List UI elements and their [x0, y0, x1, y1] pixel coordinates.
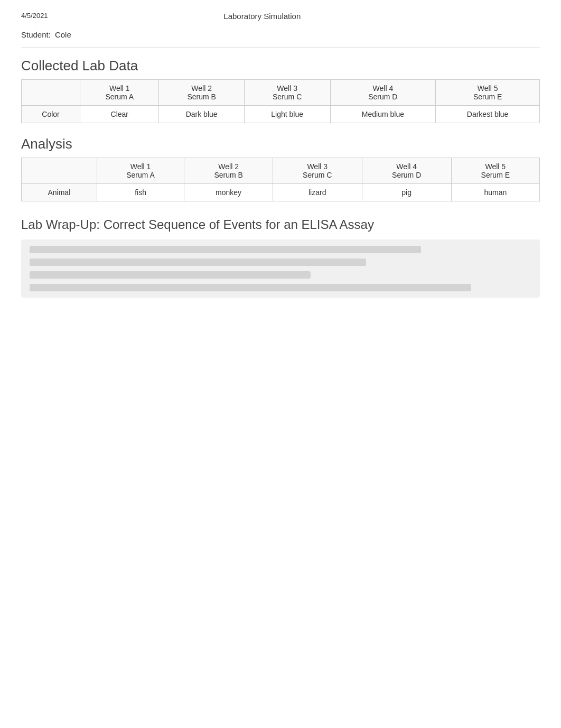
collected-lab-data-title: Collected Lab Data: [21, 58, 540, 74]
student-name: Cole: [55, 30, 71, 39]
page-title: Laboratory Simulation: [48, 12, 476, 21]
col-header-5: Well 5 Serum E: [436, 80, 540, 106]
color-row-label: Color: [22, 106, 80, 123]
blurred-content-block: [21, 239, 540, 298]
animal-value-2: monkey: [184, 184, 273, 201]
animal-value-3: lizard: [273, 184, 362, 201]
blurred-line-4: [30, 284, 471, 291]
analysis-title: Analysis: [21, 136, 540, 152]
serum-label-3: Serum C: [251, 93, 324, 101]
serum-label-4: Serum D: [337, 93, 429, 101]
analysis-serum-label-3: Serum C: [279, 171, 356, 179]
color-value-3: Light blue: [244, 106, 330, 123]
col-header-4: Well 4 Serum D: [330, 80, 436, 106]
analysis-table: Well 1 Serum A Well 2 Serum B Well 3 Ser…: [21, 158, 540, 201]
analysis-well-label-5: Well 5: [458, 162, 533, 171]
color-row: Color Clear Dark blue Light blue Medium …: [22, 106, 540, 123]
analysis-serum-label-4: Serum D: [369, 171, 445, 179]
wrapup-title: Lab Wrap-Up: Correct Sequence of Events …: [21, 217, 540, 232]
color-value-1: Clear: [80, 106, 159, 123]
animal-value-4: pig: [362, 184, 451, 201]
well-label-4: Well 4: [337, 84, 429, 93]
analysis-well-label-1: Well 1: [104, 162, 178, 171]
analysis-col-header-1: Well 1 Serum A: [97, 158, 184, 184]
wrapup-section: Lab Wrap-Up: Correct Sequence of Events …: [21, 217, 540, 298]
analysis-well-label-2: Well 2: [191, 162, 266, 171]
blurred-line-1: [30, 246, 421, 253]
analysis-corner-cell: [22, 158, 97, 184]
color-value-5: Darkest blue: [436, 106, 540, 123]
well-label-5: Well 5: [442, 84, 533, 93]
collected-lab-data-table: Well 1 Serum A Well 2 Serum B Well 3 Ser…: [21, 79, 540, 123]
color-value-2: Dark blue: [159, 106, 244, 123]
analysis-col-header-2: Well 2 Serum B: [184, 158, 273, 184]
analysis-col-header-4: Well 4 Serum D: [362, 158, 451, 184]
animal-row-label: Animal: [22, 184, 97, 201]
serum-label-1: Serum A: [87, 93, 152, 101]
well-label-2: Well 2: [165, 84, 237, 93]
color-value-4: Medium blue: [330, 106, 436, 123]
date-label: 4/5/2021: [21, 12, 48, 20]
analysis-well-label-4: Well 4: [369, 162, 445, 171]
collected-lab-data-section: Collected Lab Data Well 1 Serum A Well 2…: [21, 58, 540, 123]
col-header-2: Well 2 Serum B: [159, 80, 244, 106]
serum-label-5: Serum E: [442, 93, 533, 101]
serum-label-2: Serum B: [165, 93, 237, 101]
analysis-col-header-5: Well 5 Serum E: [451, 158, 539, 184]
col-header-1: Well 1 Serum A: [80, 80, 159, 106]
analysis-serum-label-5: Serum E: [458, 171, 533, 179]
animal-value-1: fish: [97, 184, 184, 201]
corner-cell: [22, 80, 80, 106]
well-label-3: Well 3: [251, 84, 324, 93]
student-label: Student:: [21, 30, 51, 39]
analysis-serum-label-2: Serum B: [191, 171, 266, 179]
animal-row: Animal fish monkey lizard pig human: [22, 184, 540, 201]
animal-value-5: human: [451, 184, 539, 201]
analysis-col-header-3: Well 3 Serum C: [273, 158, 362, 184]
analysis-well-label-3: Well 3: [279, 162, 356, 171]
well-label-1: Well 1: [87, 84, 152, 93]
blurred-line-3: [30, 271, 311, 279]
analysis-serum-label-1: Serum A: [104, 171, 178, 179]
header-divider: [21, 48, 540, 48]
col-header-3: Well 3 Serum C: [244, 80, 330, 106]
blurred-line-2: [30, 259, 366, 266]
analysis-section: Analysis Well 1 Serum A Well 2 Serum B W…: [21, 136, 540, 201]
